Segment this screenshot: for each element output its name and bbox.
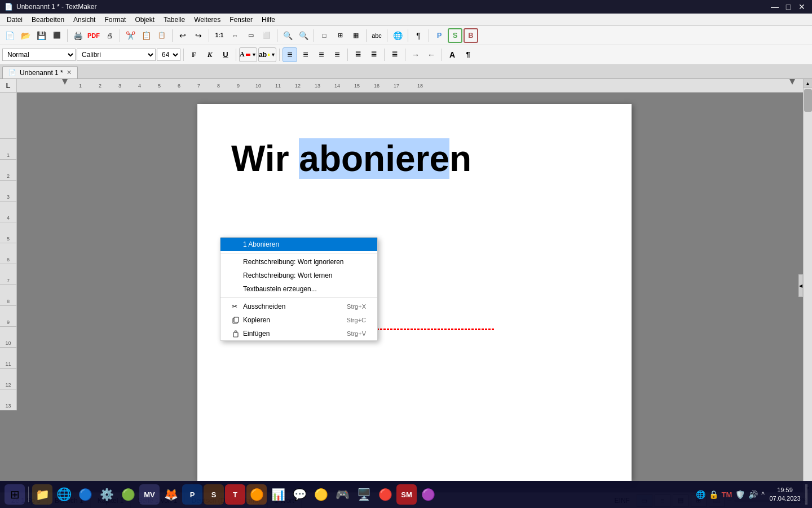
- justify-button[interactable]: ≡: [330, 47, 345, 62]
- start-button[interactable]: ⊞: [5, 484, 25, 505]
- bullets-button[interactable]: ☰: [351, 47, 365, 62]
- taskbar-firefox[interactable]: 🦊: [161, 484, 181, 505]
- p-button[interactable]: P: [432, 28, 447, 43]
- taskbar-softmaker-s[interactable]: S: [204, 484, 224, 505]
- cut-button[interactable]: ✂️: [123, 28, 138, 43]
- save-button[interactable]: 💾: [34, 28, 48, 43]
- document-text[interactable]: Wir abonieren: [231, 138, 598, 179]
- menu-ansicht[interactable]: Ansicht: [69, 15, 100, 25]
- align-center-button[interactable]: ≡: [298, 47, 313, 62]
- maximize-button[interactable]: □: [783, 1, 794, 12]
- taskbar-tm[interactable]: T: [225, 484, 245, 505]
- menu-fenster[interactable]: Fenster: [225, 15, 257, 25]
- taskbar-explorer[interactable]: 📁: [32, 484, 52, 505]
- ctx-copy-item[interactable]: Kopieren Strg+C: [220, 313, 377, 327]
- highlight-button[interactable]: ab ▼: [258, 47, 276, 62]
- taskbar-game[interactable]: 🎮: [332, 484, 352, 505]
- italic-button[interactable]: K: [202, 47, 217, 62]
- taskbar-excel[interactable]: 📊: [268, 484, 288, 505]
- char-size-button[interactable]: A: [445, 47, 460, 62]
- taskbar-softmaker[interactable]: P: [182, 484, 202, 505]
- ctx-textblock-item[interactable]: Textbaustein erzeugen...: [220, 282, 377, 296]
- menu-objekt[interactable]: Objekt: [130, 15, 159, 25]
- taskbar-monitor[interactable]: 🖥️: [354, 484, 374, 505]
- side-panel-toggle[interactable]: ◀: [798, 274, 803, 297]
- close-button[interactable]: ✕: [796, 1, 807, 12]
- font-size-select[interactable]: 64: [157, 49, 180, 61]
- font-color-button[interactable]: A ▼: [239, 47, 257, 62]
- pdf-button[interactable]: PDF: [86, 28, 101, 43]
- searchreplace-button[interactable]: 🔍: [296, 28, 311, 43]
- ruler-num: 4: [138, 83, 141, 89]
- frame-button[interactable]: □: [317, 28, 332, 43]
- taskbar-edge[interactable]: 🌐: [54, 484, 74, 505]
- menu-weiteres[interactable]: Weiteres: [189, 15, 225, 25]
- taskbar-settings[interactable]: ⚙️: [96, 484, 117, 505]
- menu-tabelle[interactable]: Tabelle: [159, 15, 189, 25]
- ctx-suggest-item[interactable]: 1 Abonieren: [220, 238, 377, 251]
- taskbar-presentation[interactable]: 🟠: [246, 484, 267, 505]
- scroll-up-button[interactable]: ▲: [804, 79, 813, 88]
- undo-button[interactable]: ↩: [175, 28, 190, 43]
- copy-button[interactable]: 📋: [139, 28, 153, 43]
- taskbar-vlc[interactable]: 🔴: [375, 484, 395, 505]
- show-desktop-button[interactable]: [805, 484, 807, 505]
- ctx-ignore-item[interactable]: Rechtschreibung: Wort ignorieren: [220, 255, 377, 269]
- align-right-button[interactable]: ≡: [314, 47, 329, 62]
- zoom-100-button[interactable]: 1:1: [212, 28, 227, 43]
- b-button[interactable]: B: [464, 28, 478, 43]
- doc-tab-1[interactable]: 📄 Unbenannt 1 * ✕: [2, 66, 78, 78]
- ctx-paste-item[interactable]: Einfügen Strg+V: [220, 327, 377, 340]
- doc-scroll[interactable]: Wir abonieren: [17, 93, 812, 492]
- paste-button[interactable]: 📋: [155, 28, 169, 43]
- outline-button[interactable]: ☰: [387, 47, 402, 62]
- print-button[interactable]: 🖨️: [70, 28, 85, 43]
- grid-button[interactable]: ⊞: [333, 28, 347, 43]
- taskbar-teams[interactable]: 💬: [289, 484, 310, 505]
- numbering-button[interactable]: ☰: [367, 47, 381, 62]
- table-button[interactable]: ▦: [348, 28, 363, 43]
- rtl-button[interactable]: ¶: [461, 47, 475, 62]
- taskbar-mv[interactable]: MV: [139, 484, 160, 505]
- taskbar-chrome[interactable]: 🔵: [75, 484, 95, 505]
- s-button[interactable]: S: [448, 28, 462, 43]
- view2-button[interactable]: ⬜: [259, 28, 274, 43]
- web-button[interactable]: 🌐: [390, 28, 405, 43]
- paragraph-style-select[interactable]: Normal: [2, 49, 76, 61]
- indent-button[interactable]: →: [408, 47, 423, 62]
- save-alt-button[interactable]: ⬛: [50, 28, 64, 43]
- fit-button[interactable]: ↔: [228, 28, 242, 43]
- tray-more[interactable]: ^: [761, 491, 765, 498]
- new-button[interactable]: 📄: [2, 28, 17, 43]
- menu-datei[interactable]: Datei: [2, 15, 27, 25]
- tray-volume: 🔊: [748, 490, 758, 499]
- taskbar-softmaker2[interactable]: SM: [396, 484, 417, 505]
- page-view-button[interactable]: ▭: [244, 28, 258, 43]
- menu-format[interactable]: Format: [100, 15, 130, 25]
- para-marks-button[interactable]: ¶: [411, 28, 426, 43]
- ruler-corner[interactable]: L: [0, 79, 17, 93]
- taskbar-winamp[interactable]: 🟢: [118, 484, 138, 505]
- tab-close-button[interactable]: ✕: [67, 69, 72, 76]
- ctx-cut-item[interactable]: ✂ Ausschneiden Strg+X: [220, 300, 377, 313]
- clock-display[interactable]: 19:59 07.04.2023: [768, 486, 802, 503]
- underline-button[interactable]: U: [218, 47, 233, 62]
- print2-button[interactable]: 🖨: [102, 28, 117, 43]
- menu-bearbeiten[interactable]: Bearbeiten: [27, 15, 69, 25]
- font-select[interactable]: Calibri: [77, 49, 156, 61]
- text-selected: aboniere: [299, 138, 449, 179]
- redo-button[interactable]: ↪: [191, 28, 206, 43]
- minimize-button[interactable]: —: [769, 1, 780, 12]
- open-button[interactable]: 📂: [18, 28, 33, 43]
- spellcheck-button[interactable]: abc: [369, 28, 384, 43]
- right-scrollbar[interactable]: ▲ ▼: [803, 79, 812, 492]
- taskbar-circle[interactable]: 🟣: [418, 484, 438, 505]
- outdent-button[interactable]: ←: [424, 47, 439, 62]
- ctx-learn-item[interactable]: Rechtschreibung: Wort lernen: [220, 269, 377, 282]
- menu-hilfe[interactable]: Hilfe: [257, 15, 280, 25]
- taskbar-yellow[interactable]: 🟡: [311, 484, 331, 505]
- search-button[interactable]: 🔍: [280, 28, 295, 43]
- bold-button[interactable]: F: [187, 47, 201, 62]
- scroll-thumb[interactable]: [804, 89, 812, 112]
- align-left-button[interactable]: ≡: [283, 47, 297, 62]
